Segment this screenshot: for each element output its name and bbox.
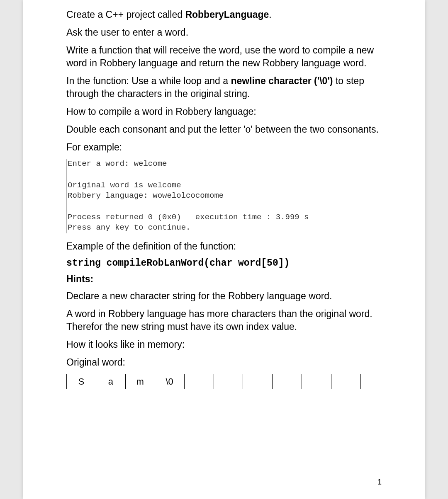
paragraph-original-word: Original word:: [66, 356, 382, 369]
paragraph-example-definition: Example of the definition of the functio…: [66, 240, 382, 253]
paragraph-ask-user: Ask the user to enter a word.: [66, 26, 382, 39]
text: In the function: Use a while loop and a: [66, 75, 231, 86]
paragraph-for-example: For example:: [66, 141, 382, 154]
paragraph-more-chars: A word in Robbery language has more char…: [66, 308, 382, 333]
bold-text: RobberyLanguage: [185, 9, 269, 20]
memory-cell: [184, 374, 214, 389]
text: .: [269, 9, 271, 20]
memory-cell: S: [67, 374, 96, 389]
memory-table: S a m \0: [66, 374, 361, 389]
paragraph-write-function: Write a function that will receive the w…: [66, 44, 382, 70]
console-output: Enter a word: welcome Original word is w…: [66, 159, 382, 233]
paragraph-in-function: In the function: Use a while loop and a …: [66, 75, 382, 100]
memory-cell: a: [96, 374, 125, 389]
text: Create a C++ project called: [66, 9, 185, 20]
hints-heading: Hints:: [66, 274, 382, 285]
memory-cell: [273, 374, 302, 389]
code-signature: string compileRobLanWord(char word[50]): [66, 258, 382, 269]
page-number: 1: [377, 478, 382, 487]
paragraph-memory-look: How it looks like in memory:: [66, 338, 382, 351]
memory-cell: [302, 374, 331, 389]
paragraph-how-compile: How to compile a word in Robbery languag…: [66, 105, 382, 118]
bold-text: newline character ('\0'): [231, 75, 333, 86]
document-page: Create a C++ project called RobberyLangu…: [23, 0, 425, 499]
memory-cell: [243, 374, 273, 389]
paragraph-create-project: Create a C++ project called RobberyLangu…: [66, 8, 382, 21]
paragraph-double-consonant: Double each consonant and put the letter…: [66, 123, 382, 136]
memory-cell: [214, 374, 243, 389]
memory-cell: [331, 374, 361, 389]
memory-cell: m: [125, 374, 155, 389]
paragraph-declare-string: Declare a new character string for the R…: [66, 290, 382, 303]
memory-cell: \0: [155, 374, 184, 389]
